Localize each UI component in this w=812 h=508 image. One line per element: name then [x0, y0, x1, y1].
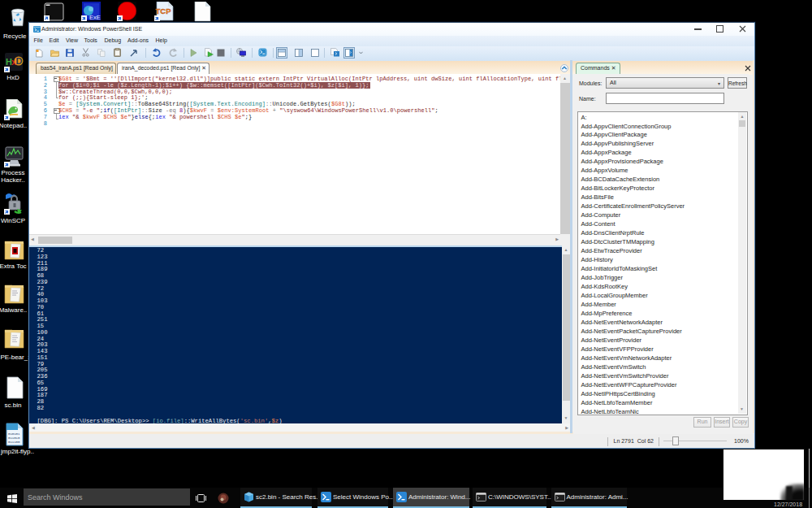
svg-text:011100: 011100: [8, 441, 20, 444]
svg-text:010101: 010101: [8, 432, 20, 436]
svg-text:TCP: TCP: [156, 7, 172, 15]
svg-text:ExE: ExE: [89, 14, 101, 21]
svg-text:011010: 011010: [8, 436, 20, 440]
svg-text:D: D: [16, 56, 23, 66]
